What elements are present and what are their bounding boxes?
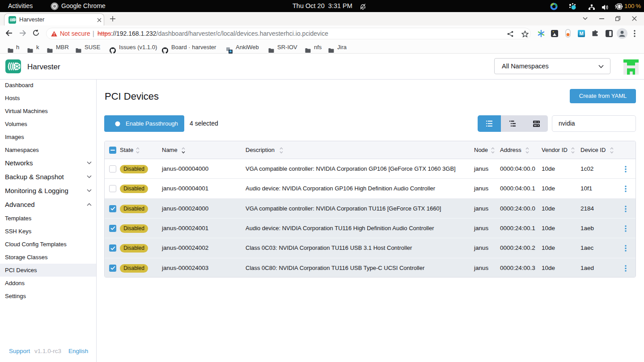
svg-text:M: M xyxy=(579,31,583,36)
